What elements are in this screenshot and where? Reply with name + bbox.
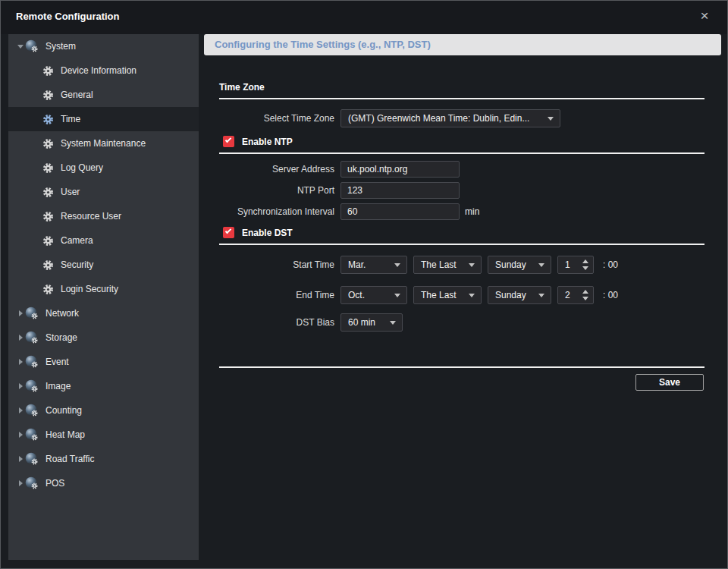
sidebar-item-storage[interactable]: Storage xyxy=(8,325,199,350)
start-hour-stepper[interactable]: 1 xyxy=(557,256,594,274)
category-sphere-gear-icon xyxy=(25,331,39,344)
sync-interval-input[interactable] xyxy=(340,203,460,220)
sidebar-item-label: POS xyxy=(46,478,64,489)
chevron-down-icon xyxy=(390,321,396,325)
chevron-down-icon xyxy=(394,263,400,267)
sidebar-item-label: System xyxy=(46,41,76,52)
sidebar-item-pos[interactable]: POS xyxy=(8,471,199,495)
stepper-arrows-icon[interactable] xyxy=(582,290,588,300)
tree-collapsed-arrow-icon[interactable] xyxy=(16,432,25,438)
arrow-down-icon xyxy=(582,266,588,270)
sidebar-item-label: Network xyxy=(46,308,79,319)
select-timezone-label: Select Time Zone xyxy=(219,109,334,127)
gear-icon xyxy=(42,90,54,101)
tree-collapsed-arrow-icon[interactable] xyxy=(16,456,25,462)
end-week-select[interactable]: The Last xyxy=(413,286,482,304)
end-minute-label: : 00 xyxy=(603,286,618,304)
interval-unit-label: min xyxy=(465,203,479,220)
end-day-select[interactable]: Sunday xyxy=(488,286,551,304)
start-week-select[interactable]: The Last xyxy=(413,256,482,274)
start-month-select[interactable]: Mar. xyxy=(340,256,407,274)
sidebar-item-label: General xyxy=(61,90,93,100)
sidebar-item-user[interactable]: User xyxy=(8,180,199,204)
sidebar-item-heat-map[interactable]: Heat Map xyxy=(8,423,199,447)
category-sphere-gear-icon xyxy=(25,39,39,53)
tree-collapsed-arrow-icon[interactable] xyxy=(16,407,25,413)
sidebar-item-system-maintenance[interactable]: System Maintenance xyxy=(8,131,199,156)
ntp-port-input[interactable] xyxy=(340,182,460,199)
sidebar-item-label: System Maintenance xyxy=(61,138,146,149)
sidebar-item-time[interactable]: Time xyxy=(8,107,199,131)
sidebar-item-label: Event xyxy=(46,357,69,367)
divider xyxy=(219,152,704,154)
close-icon[interactable]: × xyxy=(695,7,714,25)
chevron-down-icon xyxy=(538,263,544,267)
sidebar-item-system[interactable]: System xyxy=(8,34,199,58)
sidebar-item-label: Counting xyxy=(46,405,82,416)
sidebar-item-image[interactable]: Image xyxy=(8,374,199,398)
divider xyxy=(219,244,704,245)
tree-collapsed-arrow-icon[interactable] xyxy=(16,310,25,316)
sidebar-item-label: Login Security xyxy=(61,284,118,294)
category-sphere-gear-icon xyxy=(25,476,39,490)
enable-ntp-checkbox[interactable] xyxy=(223,136,234,147)
sidebar-item-network[interactable]: Network xyxy=(8,301,199,325)
timezone-select[interactable]: (GMT) Greenwich Mean Time: Dublin, Edin.… xyxy=(340,109,560,127)
category-sphere-gear-icon xyxy=(25,379,39,393)
sidebar-item-device-information[interactable]: Device Information xyxy=(8,58,199,83)
sidebar-item-label: User xyxy=(61,187,80,197)
chevron-down-icon xyxy=(469,263,475,267)
category-sphere-gear-icon xyxy=(25,355,39,369)
timezone-section-heading: Time Zone xyxy=(219,82,265,93)
sidebar-item-counting[interactable]: Counting xyxy=(8,398,199,423)
gear-icon xyxy=(42,284,54,295)
tree-collapsed-arrow-icon[interactable] xyxy=(16,335,25,341)
gear-icon xyxy=(42,138,54,149)
sidebar-item-log-query[interactable]: Log Query xyxy=(8,156,199,180)
gear-icon xyxy=(42,114,54,125)
gear-icon xyxy=(42,187,54,198)
category-sphere-gear-icon xyxy=(25,428,39,442)
category-sphere-gear-icon xyxy=(25,452,39,466)
title-bar: Remote Configuration × xyxy=(1,1,727,34)
sidebar-item-label: Security xyxy=(61,259,93,270)
end-month-select[interactable]: Oct. xyxy=(340,286,407,304)
sidebar-item-login-security[interactable]: Login Security xyxy=(8,277,199,301)
end-hour-stepper[interactable]: 2 xyxy=(557,286,594,304)
sidebar-item-label: Road Traffic xyxy=(46,454,94,464)
sidebar-item-label: Storage xyxy=(46,332,77,343)
sidebar-item-security[interactable]: Security xyxy=(8,253,199,277)
start-time-label: Start Time xyxy=(219,256,334,274)
arrow-up-icon xyxy=(582,290,588,294)
gear-icon xyxy=(42,65,54,77)
sidebar-item-resource-user[interactable]: Resource User xyxy=(8,204,199,228)
stepper-arrows-icon[interactable] xyxy=(582,259,588,270)
sidebar-item-event[interactable]: Event xyxy=(8,350,199,374)
sidebar-item-label: Resource User xyxy=(61,211,121,222)
tree-collapsed-arrow-icon[interactable] xyxy=(16,359,25,365)
save-button[interactable]: Save xyxy=(635,374,704,391)
server-address-input[interactable] xyxy=(340,161,460,178)
tree-collapsed-arrow-icon[interactable] xyxy=(16,383,25,389)
category-sphere-gear-icon xyxy=(25,404,39,417)
tree-expanded-arrow-icon[interactable] xyxy=(16,45,25,49)
enable-dst-checkbox[interactable] xyxy=(223,227,234,238)
start-minute-label: : 00 xyxy=(603,256,618,274)
sidebar-item-label: Log Query xyxy=(61,162,103,173)
chevron-down-icon xyxy=(394,294,400,297)
sidebar-item-general[interactable]: General xyxy=(8,83,199,107)
sidebar-item-label: Device Information xyxy=(61,65,136,76)
enable-ntp-label: Enable NTP xyxy=(242,137,293,147)
server-address-label: Server Address xyxy=(219,161,334,178)
chevron-down-icon xyxy=(538,294,544,297)
arrow-up-icon xyxy=(582,259,588,263)
dst-bias-select[interactable]: 60 min xyxy=(340,313,403,332)
sidebar-item-camera[interactable]: Camera xyxy=(8,228,199,253)
sidebar-item-road-traffic[interactable]: Road Traffic xyxy=(8,447,199,471)
dst-bias-label: DST Bias xyxy=(219,313,334,332)
tree-collapsed-arrow-icon[interactable] xyxy=(16,480,25,486)
start-day-select[interactable]: Sunday xyxy=(488,256,551,274)
gear-icon xyxy=(42,235,54,247)
gear-icon xyxy=(42,259,54,271)
sync-interval-label: Synchronization Interval xyxy=(219,203,334,220)
